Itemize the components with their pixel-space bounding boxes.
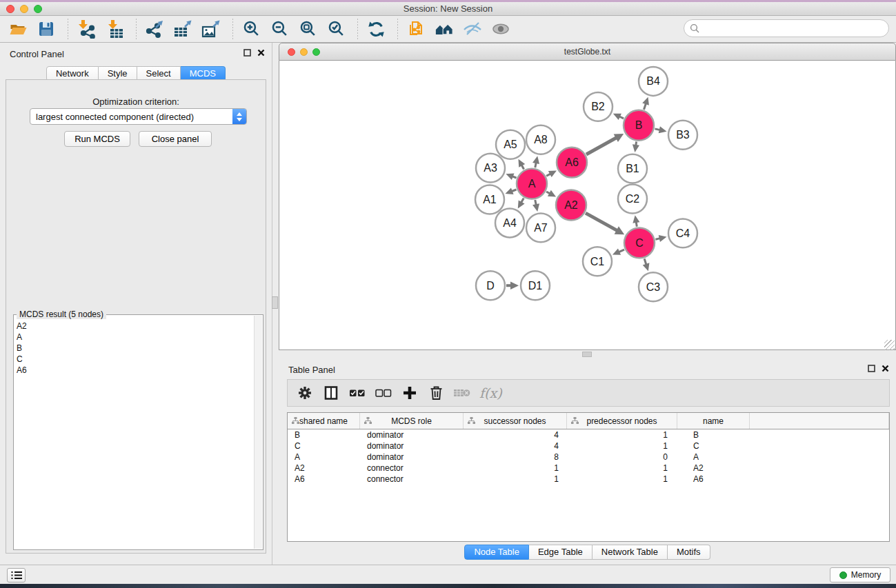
zoom-out-icon [270, 20, 289, 39]
column-header-successor-nodes[interactable]: successor nodes [464, 413, 567, 429]
table-row[interactable]: A2connector11A2 [288, 463, 889, 474]
table-cell[interactable]: dominator [360, 429, 464, 440]
table-cell[interactable]: connector [360, 474, 464, 485]
table-cell[interactable]: 1 [567, 429, 677, 440]
table-row[interactable]: Bdominator41B [288, 429, 889, 440]
zoom-selected-button[interactable] [326, 19, 346, 39]
hide-selected-button[interactable] [463, 19, 482, 39]
search-input[interactable] [703, 23, 888, 34]
horizontal-split-grip[interactable] [582, 352, 592, 357]
table-cell[interactable]: 1 [567, 463, 677, 474]
close-panel-icon[interactable] [882, 365, 889, 372]
zoom-fit-icon [299, 20, 317, 39]
clone-network-button[interactable] [406, 19, 426, 39]
export-table-button[interactable] [173, 19, 192, 39]
zoom-in-button[interactable] [241, 19, 261, 39]
table-cell[interactable]: B [677, 429, 750, 440]
column-header-predecessor-nodes[interactable]: predecessor nodes [567, 413, 677, 429]
import-table-button[interactable] [105, 19, 124, 39]
table-cell[interactable]: 4 [464, 429, 567, 440]
table-cell[interactable]: C [288, 440, 360, 452]
graph-node-label: B3 [676, 129, 690, 141]
eye-slash-icon [463, 20, 482, 38]
window-resize-grip[interactable] [884, 340, 895, 350]
delete-table-button[interactable] [453, 384, 471, 402]
run-mcds-button[interactable]: Run MCDS [64, 131, 130, 147]
result-scrollbar[interactable] [254, 316, 262, 549]
table-row[interactable]: Cdominator41C [288, 440, 889, 452]
mcds-result-item[interactable]: A [17, 332, 254, 343]
criterion-dropdown-value: largest connected component (directed) [30, 112, 232, 122]
table-row[interactable]: Adominator80A [288, 452, 889, 463]
table-cell[interactable]: C [677, 440, 750, 452]
select-all-rows-button[interactable] [348, 384, 366, 402]
task-history-button[interactable] [7, 568, 26, 582]
mcds-result-item[interactable]: A6 [17, 365, 254, 376]
table-cell[interactable]: 1 [567, 440, 677, 452]
table-cell[interactable]: B [288, 429, 360, 440]
criterion-dropdown[interactable]: largest connected component (directed) [30, 108, 247, 125]
mcds-result-item[interactable]: C [17, 354, 254, 365]
column-header-shared-name[interactable]: shared name [288, 413, 360, 429]
table-cell[interactable]: 8 [464, 452, 567, 463]
open-session-button[interactable] [8, 19, 28, 39]
zoom-out-button[interactable] [270, 19, 289, 39]
table-cell[interactable]: A2 [288, 463, 360, 474]
table-cell[interactable]: dominator [360, 440, 464, 452]
table-cell[interactable]: 4 [464, 440, 567, 452]
table-cell[interactable]: A6 [288, 474, 360, 485]
tab-node-table[interactable]: Node Table [464, 545, 529, 560]
delete-columns-button[interactable] [427, 384, 445, 402]
mcds-result-item[interactable]: B [17, 343, 254, 354]
shared-column-icon [468, 417, 475, 425]
function-builder-button[interactable]: f(x) [479, 384, 502, 402]
dropdown-stepper-icon [232, 109, 246, 124]
float-panel-icon[interactable] [243, 49, 251, 57]
vertical-split-grip[interactable] [272, 296, 278, 309]
export-image-button[interactable] [201, 19, 221, 39]
save-session-button[interactable] [37, 19, 56, 39]
memory-label: Memory [851, 570, 881, 580]
first-neighbors-button[interactable] [435, 19, 454, 39]
mcds-result-item[interactable]: A2 [17, 321, 254, 332]
column-browser-button[interactable] [322, 384, 340, 402]
table-cell[interactable]: A [677, 452, 750, 463]
deselect-all-rows-button[interactable] [375, 384, 392, 402]
mcds-result-legend: MCDS result (5 nodes) [17, 310, 106, 319]
tab-network-table[interactable]: Network Table [593, 545, 668, 560]
table-cell[interactable]: 1 [464, 474, 567, 485]
graph-node-label: A1 [483, 194, 497, 205]
table-cell[interactable]: A6 [677, 474, 750, 485]
mcds-panel: Optimization criterion: largest connecte… [6, 79, 266, 554]
memory-button[interactable]: Memory [830, 567, 890, 582]
network-window-titlebar[interactable]: testGlobe.txt [279, 43, 896, 61]
table-row[interactable]: A6connector11A6 [288, 474, 889, 485]
table-cell[interactable]: 1 [464, 463, 567, 474]
tab-edge-table[interactable]: Edge Table [529, 545, 593, 560]
graph-node-label: A8 [534, 134, 548, 145]
table-cell[interactable]: connector [360, 463, 464, 474]
export-network-button[interactable] [145, 19, 164, 39]
zoom-fit-button[interactable] [298, 19, 317, 39]
add-column-button[interactable] [401, 384, 419, 402]
table-cell[interactable]: A2 [677, 463, 750, 474]
tab-motifs[interactable]: Motifs [668, 545, 710, 560]
table-cell[interactable]: 0 [567, 452, 677, 463]
refresh-icon [367, 20, 386, 39]
table-cell[interactable]: 1 [567, 474, 677, 485]
close-panel-button[interactable]: Close panel [139, 131, 212, 147]
table-cell[interactable]: dominator [360, 452, 464, 463]
graph-node-label: C3 [646, 281, 661, 293]
table-options-button[interactable] [296, 384, 314, 402]
show-all-button[interactable] [491, 19, 510, 39]
float-panel-icon[interactable] [868, 365, 875, 372]
table-cell[interactable]: A [288, 452, 360, 463]
graph-node-label: C [635, 237, 644, 249]
close-panel-icon[interactable] [257, 49, 265, 57]
main-titlebar: Session: New Session [0, 2, 896, 16]
column-header-name[interactable]: name [677, 413, 750, 429]
column-header-mcds-role[interactable]: MCDS role [360, 413, 464, 429]
refresh-view-button[interactable] [366, 19, 386, 39]
import-network-button[interactable] [77, 19, 96, 39]
network-canvas[interactable]: B4B2BB3A8A5A6B1A3AC2A1A2A4A7C4CC1C3DD1 [279, 61, 896, 350]
